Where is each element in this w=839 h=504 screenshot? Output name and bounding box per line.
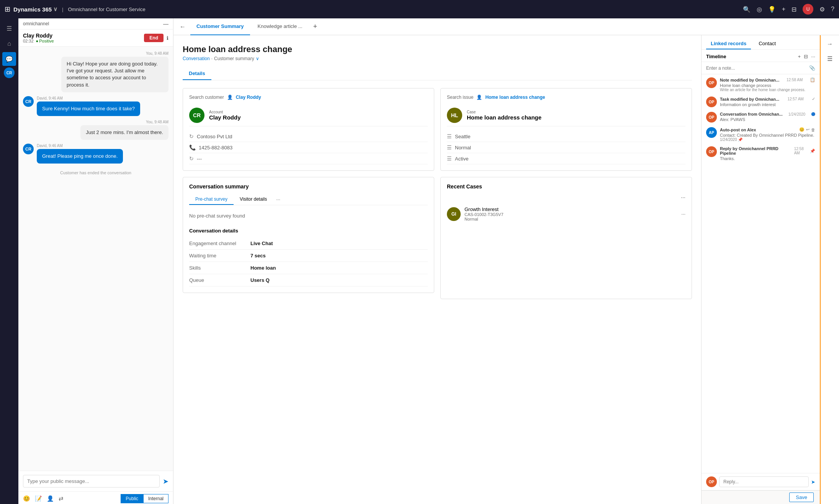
tl-action-icon[interactable]: ✓ [812, 97, 815, 101]
tl-action-icon[interactable]: 🔵 [811, 112, 815, 116]
list-icon[interactable]: ☰ [825, 53, 835, 65]
note-icon[interactable]: 📝 [35, 495, 42, 502]
phone-value: 1425-882-8083 [199, 145, 232, 151]
expand-icon[interactable]: → [824, 38, 835, 50]
end-button[interactable]: End [144, 34, 164, 42]
transfer-icon[interactable]: ⇄ [59, 495, 64, 502]
tl-action-icon[interactable]: 📋 [810, 77, 815, 82]
case-item-name: Growth Interest [464, 206, 677, 212]
timeline-item: OP Conversation from Omnichan... 1/24/20… [706, 112, 815, 123]
reply-action[interactable]: ↩ [806, 127, 810, 132]
tl-avatar: OP [706, 146, 717, 157]
pin-icon[interactable]: 📌 [738, 137, 743, 142]
positive-icon: ● [36, 39, 39, 43]
settings-icon[interactable]: ⚙ [819, 6, 825, 13]
timeline-note-input[interactable] [706, 65, 807, 71]
search-issue-label: Search issue [447, 95, 473, 100]
tl-content: Reply by Omnichannel PRRD Pipeline 12:58… [720, 146, 815, 161]
timeline-filter-icon[interactable]: ⊟ [804, 54, 808, 59]
back-button[interactable]: ← [177, 22, 189, 32]
tl-desc: Thanks. [720, 156, 815, 161]
timeline-title: Timeline [706, 54, 726, 59]
case-item-more[interactable]: ··· [681, 211, 685, 217]
message-row: You, 9:48 AM Just 2 more mins. I'm almos… [23, 120, 168, 140]
user-avatar[interactable]: U [803, 4, 813, 15]
conv-tabs: Pre-chat survey Visitor details ··· [189, 194, 428, 205]
help-icon[interactable]: ? [831, 6, 834, 13]
more-tabs-button[interactable]: ··· [273, 194, 283, 205]
reply-input[interactable] [719, 476, 809, 487]
tab-knowledge-article[interactable]: Knowledge article ... [252, 18, 309, 35]
case-name: Home loan address change [467, 114, 541, 121]
prechat-tab[interactable]: Pre-chat survey [189, 194, 234, 205]
delete-action[interactable]: 🗑 [811, 128, 815, 132]
info-icon[interactable]: ℹ [167, 35, 168, 41]
tl-avatar: OP [706, 77, 717, 88]
timeline-add-icon[interactable]: + [798, 54, 801, 59]
breadcrumb-conversation[interactable]: Conversation [183, 56, 210, 61]
search-issue-icon: 👤 [476, 95, 482, 100]
case-search-link[interactable]: Home loan address change [485, 95, 545, 100]
tl-time: 12:58 AM [787, 78, 803, 82]
details-tab[interactable]: Details [183, 67, 211, 80]
attach-icon[interactable]: 📎 [809, 65, 815, 71]
tl-title: Reply by Omnichannel PRRD Pipeline [720, 146, 794, 155]
tl-time: 12:57 AM [787, 97, 803, 101]
public-mode-button[interactable]: Public [121, 494, 143, 503]
send-button[interactable]: ➤ [163, 477, 168, 486]
breadcrumb-dropdown[interactable]: ∨ [256, 56, 259, 61]
waffle-icon[interactable]: ⊞ [5, 5, 10, 13]
contact-tab[interactable]: Contact [754, 38, 780, 49]
msg-bubble: Just 2 more mins. I'm almost there. [80, 125, 168, 140]
mode-buttons: Public Internal [121, 494, 168, 503]
case-avatar-large: HL [447, 108, 462, 123]
emoji-action[interactable]: 😊 [799, 127, 805, 132]
add-tab-button[interactable]: + [310, 23, 321, 31]
case-card: Search issue 👤 Home loan address change … [440, 88, 692, 171]
recent-cases-title: Recent Cases [447, 183, 685, 190]
status-icon: ☰ [447, 155, 452, 162]
tl-desc: Information on growth interest [720, 102, 815, 107]
sidebar-menu-icon[interactable]: ☰ [2, 21, 16, 35]
lightbulb-icon[interactable]: 💡 [768, 6, 776, 13]
customer-search-link[interactable]: Clay Roddy [236, 95, 261, 100]
visitor-tab[interactable]: Visitor details [234, 194, 273, 205]
msg-bubble: Hi Clay! Hope your are doing good today.… [61, 57, 168, 92]
tl-content: Task modified by Omnichan... 12:57 AM ✓ … [720, 97, 815, 107]
internal-mode-button[interactable]: Internal [143, 494, 168, 503]
skills-value: Home loan [250, 265, 276, 271]
timeline-more-icon[interactable]: ··· [811, 54, 815, 59]
tab-customer-summary[interactable]: Customer Summary [190, 18, 250, 35]
far-right-panel: → ☰ [820, 35, 839, 504]
add-icon[interactable]: + [782, 6, 785, 13]
kb-icon[interactable]: 👤 [47, 495, 54, 502]
sidebar-cr-avatar[interactable]: CR [4, 67, 15, 78]
recent-cases-more[interactable]: ··· [681, 194, 685, 200]
filter-icon[interactable]: ⊟ [792, 6, 796, 13]
tl-title: Auto-post on Alex [720, 128, 756, 132]
reply-send-button[interactable]: ➤ [811, 479, 815, 485]
timeline-item: OP Note modified by Omnichan... 12:58 AM… [706, 77, 815, 92]
tl-action-icon[interactable]: 📌 [810, 149, 815, 154]
timeline-item: AP Auto-post on Alex 😊 ↩ 🗑 Contact: C [706, 127, 815, 142]
emoji-icon[interactable]: 😊 [23, 495, 30, 502]
status-value: Active [455, 156, 468, 162]
case-item-id: CAS-01002-T3G5V7 [464, 212, 677, 217]
customer-avatar: CR [23, 144, 34, 154]
breadcrumb-summary: Customer summary [214, 56, 254, 61]
tl-title: Task modified by Omnichan... [720, 97, 779, 101]
location-icon: ☰ [447, 133, 452, 139]
company-value: Contoso Pvt Ltd [197, 134, 232, 139]
search-icon[interactable]: 🔍 [743, 6, 751, 13]
collapse-icon[interactable]: — [163, 21, 168, 27]
tl-time: 1/24/2020 [788, 112, 806, 116]
linked-records-tab[interactable]: Linked records [706, 38, 751, 49]
insights-icon[interactable]: ◎ [757, 6, 762, 13]
app-subtitle: Omnichannel for Customer Service [68, 7, 145, 12]
save-button[interactable]: Save [789, 493, 814, 502]
engagement-channel-row: Engagement channel Live Chat [189, 237, 428, 250]
sidebar-home-icon[interactable]: ⌂ [2, 37, 16, 51]
sidebar-chat-icon[interactable]: 💬 [2, 52, 16, 66]
chat-input[interactable] [23, 475, 160, 488]
timeline-actions: + ⊟ ··· [798, 54, 815, 59]
